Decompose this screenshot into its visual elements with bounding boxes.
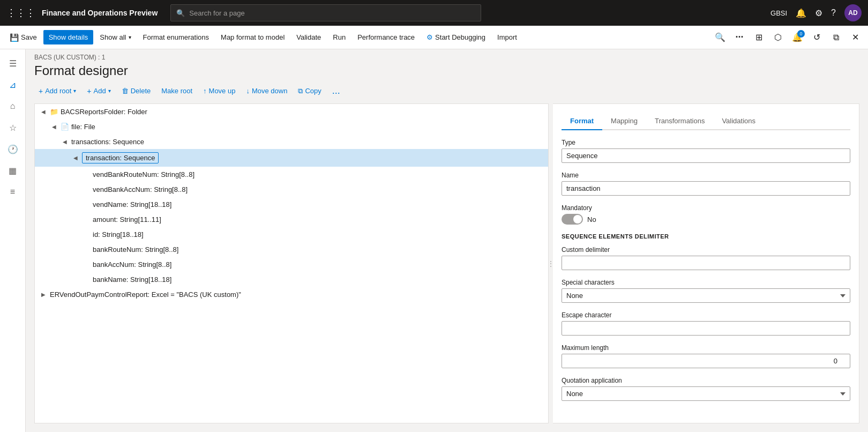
tree-item-bankName[interactable]: bankName: String[18..18] — [35, 272, 548, 287]
tree-panel: ◀ 📁 BACSReportsFolder: Folder ◀ 📄 file: … — [34, 103, 549, 423]
tree-item-vendBankRouteNum[interactable]: vendBankRouteNum: String[8..8] — [35, 167, 548, 182]
run-button[interactable]: Run — [327, 30, 351, 44]
tree-item-ervendout[interactable]: ▶ ERVendOutPaymControlReport: Excel = "B… — [35, 287, 548, 302]
format-designer-toolbar: + Add root ▾ + Add ▾ 🗑 Delete Make root … — [26, 83, 868, 103]
escape-character-input[interactable] — [562, 321, 850, 336]
plus-icon: + — [39, 87, 43, 95]
custom-delimiter-label: Custom delimiter — [562, 246, 850, 254]
mandatory-toggle-row: No — [562, 214, 850, 225]
custom-delimiter-input[interactable] — [562, 256, 850, 270]
quotation-application-form-group: Quotation application None Always When s… — [562, 377, 850, 401]
sidebar-modules-icon[interactable]: ≡ — [3, 182, 23, 202]
escape-character-form-group: Escape character — [562, 311, 850, 336]
move-down-button[interactable]: ↓ Move down — [242, 84, 291, 98]
sequence-section-header: SEQUENCE ELEMENTS DELIMITER — [562, 233, 850, 240]
badge-button[interactable]: 🔔 0 — [789, 29, 806, 46]
expand-icon: ◀ — [71, 154, 80, 162]
format-enumerations-button[interactable]: Format enumerations — [138, 30, 215, 44]
tree-item-bankAccNum[interactable]: bankAccNum: String[8..8] — [35, 257, 548, 272]
escape-character-label: Escape character — [562, 311, 850, 319]
map-format-button[interactable]: Map format to model — [215, 30, 290, 44]
grid-icon-button[interactable]: ⊞ — [750, 29, 767, 46]
expand-icon: ◀ — [39, 107, 48, 116]
performance-trace-button[interactable]: Performance trace — [352, 30, 420, 44]
mandatory-toggle[interactable] — [562, 214, 583, 225]
sidebar-workspaces-icon[interactable]: ▦ — [3, 161, 23, 180]
panel-tabs: Format Mapping Transformations Validatio… — [562, 113, 850, 130]
delete-button[interactable]: 🗑 Delete — [117, 84, 155, 98]
tree-item-id[interactable]: id: String[18..18] — [35, 227, 548, 242]
command-bar-right: 🔍 ··· ⊞ ⬡ 🔔 0 ↺ ⧉ ✕ — [712, 29, 864, 46]
expand-icon — [82, 185, 91, 193]
tab-validations[interactable]: Validations — [713, 113, 764, 130]
import-button[interactable]: Import — [492, 30, 522, 44]
tab-transformations[interactable]: Transformations — [646, 113, 713, 130]
maximum-length-input[interactable] — [562, 354, 850, 368]
top-navigation: ⋮⋮⋮ Finance and Operations Preview 🔍 Sea… — [0, 0, 868, 26]
expand-icon — [82, 260, 91, 269]
delete-icon: 🗑 — [122, 87, 129, 95]
move-up-icon: ↑ — [203, 87, 207, 95]
new-window-icon-button[interactable]: ⧉ — [827, 29, 844, 46]
type-input[interactable] — [562, 148, 850, 163]
save-icon: 💾 — [10, 33, 19, 42]
tree-item-transaction[interactable]: ◀ transaction: Sequence — [35, 149, 548, 167]
expand-icon: ◀ — [61, 137, 69, 146]
show-all-button[interactable]: Show all ▾ — [94, 30, 136, 44]
tree-item-bankRouteNum[interactable]: bankRouteNum: String[8..8] — [35, 242, 548, 257]
sidebar-favorites-icon[interactable]: ☆ — [3, 118, 23, 137]
validate-button[interactable]: Validate — [291, 30, 326, 44]
quotation-application-label: Quotation application — [562, 377, 850, 384]
expand-icon — [82, 230, 91, 239]
more-icon-button[interactable]: ··· — [731, 29, 748, 46]
special-characters-select[interactable]: None CR LF LF CR Tab — [562, 288, 850, 303]
more-button[interactable]: ... — [328, 83, 345, 99]
tab-format[interactable]: Format — [562, 113, 602, 130]
move-up-button[interactable]: ↑ Move up — [199, 84, 240, 98]
move-down-icon: ↓ — [246, 87, 250, 95]
apps-icon[interactable]: ⋮⋮⋮ — [6, 7, 35, 19]
split-handle[interactable]: ⋮ — [549, 103, 553, 423]
name-input[interactable] — [562, 181, 850, 196]
copy-button[interactable]: ⧉ Copy — [294, 84, 325, 98]
search-bar[interactable]: 🔍 Search for a page — [170, 4, 481, 21]
add-root-button[interactable]: + Add root ▾ — [34, 84, 80, 98]
expand-icon — [82, 245, 91, 254]
tree-item-transactions[interactable]: ◀ transactions: Sequence — [35, 134, 548, 149]
notification-icon[interactable]: 🔔 — [796, 8, 806, 18]
file-icon: 📄 — [61, 123, 69, 131]
tree-item-vendBankAccNum[interactable]: vendBankAccNum: String[8..8] — [35, 182, 548, 197]
sidebar-menu-icon[interactable]: ☰ — [3, 54, 23, 73]
expand-icon — [82, 170, 91, 178]
tab-mapping[interactable]: Mapping — [602, 113, 646, 130]
special-characters-select-wrapper: None CR LF LF CR Tab — [562, 288, 850, 303]
add-button[interactable]: + Add ▾ — [83, 84, 115, 98]
sidebar-recent-icon[interactable]: 🕐 — [3, 139, 23, 159]
tree-item-file[interactable]: ◀ 📄 file: File — [35, 119, 548, 134]
start-debugging-button[interactable]: ⚙ Start Debugging — [421, 30, 491, 44]
expand-icon — [82, 200, 91, 208]
search-icon-button[interactable]: 🔍 — [712, 29, 729, 46]
sidebar-home-icon[interactable]: ⌂ — [3, 96, 23, 116]
expand-icon-button[interactable]: ⬡ — [769, 29, 787, 46]
top-nav-right: GBSI 🔔 ⚙ ? AD — [770, 4, 862, 21]
quotation-application-select[interactable]: None Always When special characters used — [562, 386, 850, 401]
settings-icon[interactable]: ⚙ — [815, 8, 822, 18]
make-root-button[interactable]: Make root — [157, 84, 197, 98]
sidebar-filter-icon[interactable]: ⊿ — [3, 75, 23, 94]
tree-item-bacs-folder[interactable]: ◀ 📁 BACSReportsFolder: Folder — [35, 104, 548, 119]
type-label: Type — [562, 139, 850, 146]
save-button[interactable]: 💾 Save — [4, 30, 42, 45]
help-icon[interactable]: ? — [831, 8, 836, 18]
type-form-group: Type — [562, 139, 850, 163]
maximum-length-label: Maximum length — [562, 344, 850, 352]
expand-icon — [82, 215, 91, 224]
search-icon: 🔍 — [176, 9, 185, 17]
show-details-button[interactable]: Show details — [43, 30, 94, 44]
avatar[interactable]: AD — [844, 4, 862, 21]
tree-item-vendName[interactable]: vendName: String[18..18] — [35, 197, 548, 212]
tree-item-amount[interactable]: amount: String[11..11] — [35, 212, 548, 227]
mandatory-form-group: Mandatory No — [562, 204, 850, 225]
close-icon-button[interactable]: ✕ — [847, 29, 864, 46]
refresh-icon-button[interactable]: ↺ — [808, 29, 825, 46]
